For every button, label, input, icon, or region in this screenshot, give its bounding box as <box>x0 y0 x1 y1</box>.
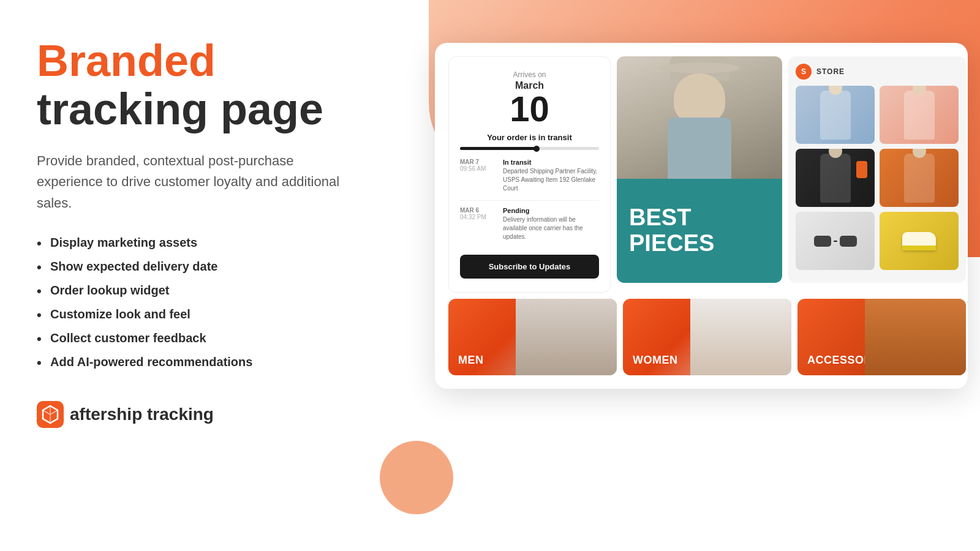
jacket-silhouette-4 <box>904 154 935 203</box>
jacket-silhouette-1 <box>820 91 851 140</box>
description: Provide branded, contextual post-purchas… <box>37 151 349 213</box>
head-2 <box>913 86 926 95</box>
cat-men-figure <box>516 299 617 375</box>
store-item-image-1 <box>796 86 875 144</box>
best-pieces-image <box>617 56 782 179</box>
store-item-image-6 <box>880 212 959 270</box>
store-grid <box>796 86 959 270</box>
progress-bar-fill <box>460 147 537 150</box>
head-4 <box>913 149 926 158</box>
category-women[interactable]: WOMEN <box>623 299 791 375</box>
hat-brim <box>660 62 739 73</box>
event-date-2: MAR 6 04:32 PM <box>460 207 497 241</box>
arrives-day: 10 <box>510 91 549 127</box>
body <box>668 118 731 179</box>
store-item-image-4 <box>880 149 959 207</box>
subscribe-button[interactable]: Subscribe to Updates <box>460 255 599 279</box>
headline-branded: Branded tracking page <box>37 37 380 133</box>
best-pieces-text: BEST PIECES <box>629 205 714 257</box>
store-item-5[interactable] <box>796 212 875 270</box>
cat-acc-figure <box>865 299 966 375</box>
event-row-2: MAR 6 04:32 PM Pending Delivery informat… <box>460 207 599 241</box>
category-accessories[interactable]: ACCESSORIES <box>797 299 966 375</box>
feature-6: Add AI-powered recommendations <box>37 355 380 369</box>
head-1 <box>829 86 842 95</box>
bridge <box>834 241 837 242</box>
best-pieces-overlay: BEST PIECES <box>617 179 782 283</box>
event-info-1: In transit Departed Shipping Partner Fac… <box>503 159 599 193</box>
feature-3: Order lookup widget <box>37 283 380 298</box>
feature-2: Show expected delivery date <box>37 260 380 274</box>
cat-women-label: WOMEN <box>623 345 688 375</box>
event-info-2: Pending Delivery information will be ava… <box>503 207 599 241</box>
jacket-silhouette-3 <box>820 154 851 203</box>
cat-men-label: MEN <box>448 345 494 375</box>
feature-5: Collect customer feedback <box>37 331 380 345</box>
cat-men-person <box>516 299 617 375</box>
event-row-1: MAR 7 09:56 AM In transit Departed Shipp… <box>460 159 599 193</box>
store-item-image-3 <box>796 149 875 207</box>
store-item-1[interactable] <box>796 86 875 144</box>
feature-1: Display marketing assets <box>37 236 380 250</box>
background-blob <box>380 441 453 514</box>
store-item-image-5 <box>796 212 875 270</box>
brand-name: aftership tracking <box>70 405 214 424</box>
store-item-3[interactable] <box>796 149 875 207</box>
brand-logo: aftership tracking <box>37 401 380 428</box>
sunglasses-shape <box>814 236 857 247</box>
feature-4: Customize look and feel <box>37 307 380 321</box>
store-item-image-2 <box>880 86 959 144</box>
store-item-2[interactable] <box>880 86 959 144</box>
store-header: S STORE <box>796 64 959 80</box>
features-list: Display marketing assets Show expected d… <box>37 236 380 369</box>
store-icon: S <box>796 64 812 80</box>
store-panel: S STORE <box>788 56 966 283</box>
progress-bar <box>460 147 599 150</box>
in-transit-status: Your order is in transit <box>487 133 571 142</box>
left-panel: Branded tracking page Provide branded, c… <box>37 37 380 428</box>
category-men[interactable]: MEN <box>448 299 617 375</box>
best-pieces-panel: BEST PIECES <box>617 56 782 283</box>
cat-women-person <box>690 299 791 375</box>
right-panel: Arrives on March 10 Your order is in tra… <box>435 43 968 389</box>
sole <box>902 246 936 250</box>
cat-acc-person <box>865 299 966 375</box>
tracking-events: MAR 7 09:56 AM In transit Departed Shipp… <box>460 159 599 249</box>
person-figure <box>650 56 748 179</box>
aftership-icon <box>37 401 64 428</box>
lens-right <box>840 236 857 247</box>
jacket-silhouette-2 <box>904 91 935 140</box>
store-label: STORE <box>816 67 845 76</box>
sneaker-shape <box>902 232 936 250</box>
store-item-6[interactable] <box>880 212 959 270</box>
arrives-label: Arrives on <box>513 70 546 79</box>
backpack <box>856 161 867 178</box>
progress-dot <box>533 146 540 152</box>
head-3 <box>829 149 842 158</box>
mockup-card: Arrives on March 10 Your order is in tra… <box>435 43 968 389</box>
event-date-1: MAR 7 09:56 AM <box>460 159 497 193</box>
face <box>674 73 725 122</box>
event-divider <box>460 200 599 201</box>
store-item-4[interactable] <box>880 149 959 207</box>
cat-women-figure <box>690 299 791 375</box>
tracking-panel: Arrives on March 10 Your order is in tra… <box>448 56 611 293</box>
bottom-categories: MEN WOMEN ACCESSORIES <box>448 299 966 375</box>
lens-left <box>814 236 831 247</box>
